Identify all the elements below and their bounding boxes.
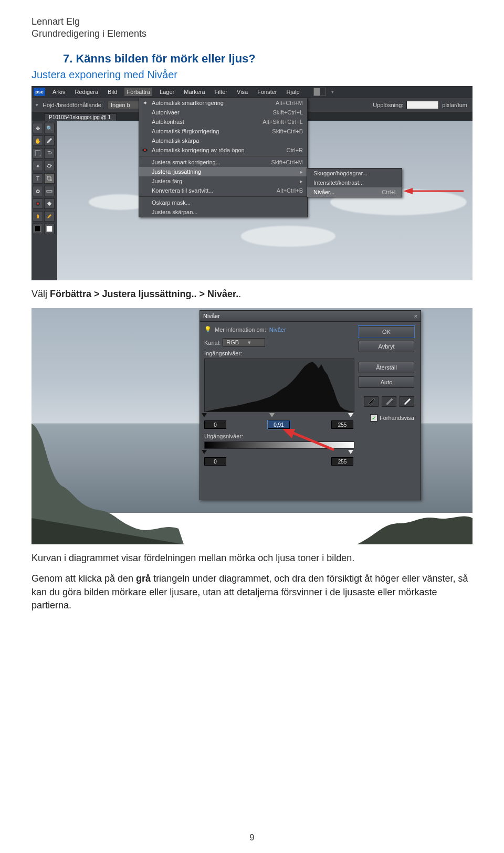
gray-point-slider[interactable] xyxy=(269,413,275,417)
dialog-titlebar[interactable]: Nivåer × xyxy=(200,311,421,322)
eyedroppers xyxy=(359,396,414,407)
preview-checkbox[interactable]: ✓ xyxy=(370,414,377,422)
zoom-tool-icon[interactable]: 🔍 xyxy=(44,123,55,133)
menu-filter[interactable]: Filter xyxy=(213,88,229,96)
channel-label: Kanal: xyxy=(204,340,220,346)
preview-label: Förhandsvisa xyxy=(380,415,414,421)
move-tool-icon[interactable]: ✥ xyxy=(33,123,43,133)
auto-button[interactable]: Auto xyxy=(359,376,414,388)
sparkle-icon: ✦ xyxy=(141,99,149,107)
menu-hjalp[interactable]: Hjälp xyxy=(285,88,302,96)
page: Lennart Elg Grundredigering i Elements 7… xyxy=(0,0,504,853)
menu-forbattra[interactable]: Förbättra xyxy=(124,88,152,96)
submenu-levels[interactable]: Nivåer... Ctrl+L xyxy=(307,187,402,197)
output-white-field[interactable]: 255 xyxy=(331,457,353,466)
author-name: Lennart Elg xyxy=(32,16,472,28)
menu-autosharpen[interactable]: Automatisk skärpa xyxy=(139,136,307,145)
section-subheading: Justera exponering med Nivåer xyxy=(32,69,472,81)
layout-toggle-icon[interactable] xyxy=(313,88,326,96)
pencil-tool-icon[interactable] xyxy=(44,211,55,222)
layout-toggle-arrow-icon[interactable]: ▾ xyxy=(331,89,334,94)
submenu-shadows-highlights[interactable]: Skuggor/högdagrar... xyxy=(307,169,402,178)
menu-adjust-smart[interactable]: Justera smart korrigering... Skift+Ctrl+… xyxy=(139,157,307,167)
menu-visa[interactable]: Visa xyxy=(235,88,250,96)
resolution-label: Upplösning: xyxy=(373,102,403,108)
menu-autolevels[interactable]: Autonivåer Skift+Ctrl+L xyxy=(139,108,307,117)
resolution-input[interactable] xyxy=(406,101,439,109)
ratio-label: Höjd-/breddförhållande: xyxy=(43,102,103,108)
submenu-brightness-contrast[interactable]: Intensitet/kontrast... xyxy=(307,178,402,187)
output-black-slider[interactable] xyxy=(202,450,207,454)
eyedropper-black-icon[interactable] xyxy=(364,396,379,407)
svg-marker-9 xyxy=(403,188,413,194)
cookie-tool-icon[interactable]: ✿ xyxy=(33,186,43,196)
marquee-tool-icon[interactable] xyxy=(33,148,43,159)
channel-dropdown[interactable]: RGB ▾ xyxy=(223,338,265,347)
fg-color-swatch[interactable] xyxy=(33,224,43,234)
redeye-icon xyxy=(141,146,149,154)
eyedropper-tool-icon[interactable] xyxy=(44,135,55,146)
input-sliders[interactable] xyxy=(204,413,353,418)
menu-markera[interactable]: Markera xyxy=(182,88,207,96)
menu-lager[interactable]: Lager xyxy=(158,88,176,96)
reset-button[interactable]: Återställ xyxy=(359,362,414,373)
svg-point-1 xyxy=(48,164,51,167)
photo-rocks-left xyxy=(32,424,184,544)
redeye-tool-icon[interactable] xyxy=(33,198,43,209)
cancel-button[interactable]: Avbryt xyxy=(359,341,414,352)
info-label: Mer information om: xyxy=(215,327,266,333)
menu-arkiv[interactable]: Arkiv xyxy=(50,88,67,96)
menu-auto-smartcorrection[interactable]: ✦ Automatisk smartkorrigering Alt+Ctrl+M xyxy=(139,98,307,108)
type-tool-icon[interactable]: T xyxy=(33,173,43,184)
svg-point-7 xyxy=(144,149,146,151)
lightbulb-icon: 💡 xyxy=(204,326,212,333)
preview-row[interactable]: ✓ Förhandsvisa xyxy=(359,414,414,422)
eyedropper-white-icon[interactable] xyxy=(400,396,414,407)
menu-auto-redeye[interactable]: Automatisk korrigering av röda ögon Ctrl… xyxy=(139,145,307,156)
section-title: 7. Känns bilden för mörk eller ljus? xyxy=(63,52,472,66)
levels-dialog: Nivåer × 💡 Mer information om: Nivåer Ka… xyxy=(200,310,421,500)
menu-unsharp-mask[interactable]: Oskarp mask... xyxy=(139,198,307,207)
menu-bild[interactable]: Bild xyxy=(106,88,119,96)
svg-rect-5 xyxy=(47,202,51,206)
straighten-tool-icon[interactable] xyxy=(44,186,55,196)
eyedropper-gray-icon[interactable] xyxy=(382,396,396,407)
bg-color-swatch[interactable] xyxy=(44,224,55,234)
svg-line-10 xyxy=(291,432,334,450)
input-levels-label: Ingångsnivåer: xyxy=(204,350,354,356)
menu-convert-bw[interactable]: Konvertera till svartvitt... Alt+Ctrl+B xyxy=(139,186,307,197)
lasso-tool-icon[interactable] xyxy=(44,148,55,159)
submenu-arrow-icon: ▸ xyxy=(300,178,303,185)
menu-autocolor[interactable]: Automatisk färgkorrigering Skift+Ctrl+B xyxy=(139,127,307,136)
menu-adjust-color[interactable]: Justera färg ▸ xyxy=(139,176,307,186)
histogram xyxy=(204,359,354,412)
quickselect-tool-icon[interactable] xyxy=(44,161,55,171)
dialog-title: Nivåer xyxy=(203,313,220,319)
forbattra-dropdown: ✦ Automatisk smartkorrigering Alt+Ctrl+M… xyxy=(139,98,308,217)
info-link[interactable]: Nivåer xyxy=(269,327,286,333)
output-white-slider[interactable] xyxy=(348,450,353,454)
pse-menubar[interactable]: pse Arkiv Redigera Bild Förbättra Lager … xyxy=(32,86,472,98)
svg-rect-2 xyxy=(47,191,52,192)
menu-fonster[interactable]: Fönster xyxy=(255,88,279,96)
clone-tool-icon[interactable] xyxy=(33,211,43,222)
wand-tool-icon[interactable]: ✦ xyxy=(33,161,43,171)
histogram-wrap: 0 0,91 255 xyxy=(204,359,353,429)
output-black-field[interactable]: 0 xyxy=(204,457,226,466)
optionbar-chevron-icon[interactable]: ▾ xyxy=(36,102,38,108)
crop-tool-icon[interactable] xyxy=(44,173,55,184)
healing-tool-icon[interactable] xyxy=(44,198,55,209)
menu-redigera[interactable]: Redigera xyxy=(72,88,100,96)
close-icon[interactable]: × xyxy=(414,313,417,319)
dialog-info-row: 💡 Mer information om: Nivåer xyxy=(204,326,354,333)
file-tab[interactable]: P1010541skuggor.jpg @ 1 xyxy=(44,113,117,121)
pse-toolbar: ✥ 🔍 ✋ ✦ xyxy=(32,121,57,280)
white-point-slider[interactable] xyxy=(348,413,353,417)
menu-adjust-sharpness[interactable]: Justera skärpan... xyxy=(139,207,307,217)
hand-tool-icon[interactable]: ✋ xyxy=(33,135,43,146)
input-black-field[interactable]: 0 xyxy=(204,420,226,429)
menu-autocontrast[interactable]: Autokontrast Alt+Skift+Ctrl+L xyxy=(139,117,307,127)
ok-button[interactable]: OK xyxy=(359,326,414,338)
menu-adjust-lighting[interactable]: Justera ljussättning ▸ xyxy=(139,167,307,176)
black-point-slider[interactable] xyxy=(202,413,207,417)
